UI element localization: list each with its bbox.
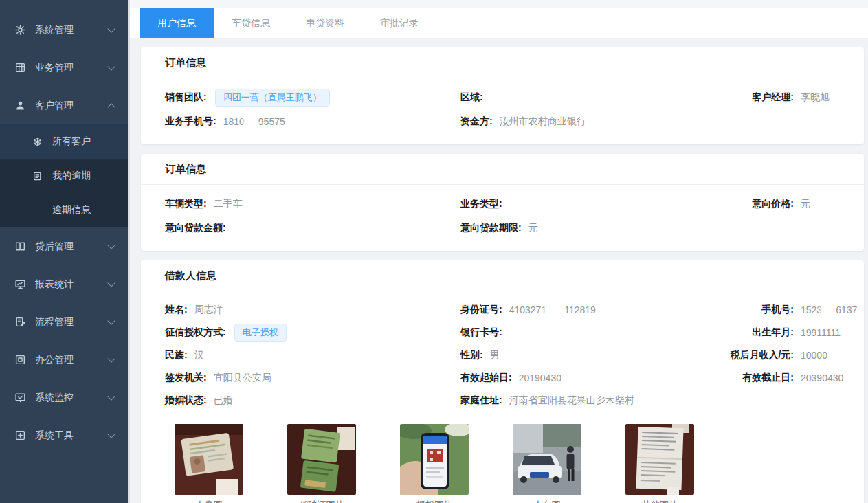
chevron-down-icon <box>107 430 115 438</box>
sidebar-item-my-overdue[interactable]: 我的逾期 <box>0 159 128 193</box>
field-valid-from: 有效起始日: 20190430 <box>460 372 718 384</box>
sidebar-item-label: 业务管理 <box>35 62 109 74</box>
notebook-icon <box>32 170 43 181</box>
sidebar-item-label: 贷后管理 <box>35 241 109 253</box>
field-label: 家庭住址: <box>460 394 502 407</box>
person-with-car-photo[interactable]: 人车图 <box>513 424 581 503</box>
field-intent-price: 意向价格: 元 <box>718 198 864 210</box>
sidebar-item-system-tools[interactable]: 系统工具 <box>0 416 128 454</box>
field-value: 20390430 <box>801 372 843 383</box>
field-value: 汉 <box>194 349 204 361</box>
square-in-square-icon <box>14 354 26 366</box>
field-birth-date: 出生年月: 19911111 <box>718 326 864 339</box>
field-label: 销售团队: <box>165 91 207 104</box>
field-label: 区域: <box>460 91 483 104</box>
field-name: 姓名: 周志洋 <box>165 304 460 316</box>
field-sales-team: 销售团队: 四团一营（直属王鹏飞） <box>165 89 460 107</box>
tab-car-loan-info[interactable]: 车贷信息 <box>214 8 288 38</box>
open-book-icon <box>14 241 26 253</box>
field-mobile: 手机号: 15236137 <box>718 304 864 316</box>
field-business-phone: 业务手机号: 181095575 <box>165 115 460 128</box>
field-label: 业务类型: <box>460 198 502 210</box>
borrower-info-card: 借款人信息 姓名: 周志洋 身份证号: 4103271112819 手机号: <box>141 260 864 503</box>
sidebar-item-customer-management[interactable]: 客户管理 <box>0 87 128 124</box>
chevron-down-icon <box>107 317 115 324</box>
field-label: 税后月收入/元: <box>718 349 794 361</box>
wheel-icon <box>32 136 43 147</box>
sidebar-item-system-monitor[interactable]: 系统监控 <box>0 379 128 416</box>
sidebar-item-office-management[interactable]: 办公管理 <box>0 341 128 379</box>
field-value: 已婚 <box>214 394 233 407</box>
field-label: 征信授权方式: <box>165 326 226 339</box>
credit-auth-tag[interactable]: 电子授权 <box>234 324 287 342</box>
field-issuing-authority: 签发机关: 宜阳县公安局 <box>165 372 460 384</box>
field-id-number: 身份证号: 4103271112819 <box>460 304 718 316</box>
field-marital-status: 婚姻状态: 已婚 <box>165 394 460 407</box>
app-window: 系统管理 业务管理 客户管理 所有客户 <box>0 0 868 503</box>
field-value: 元 <box>528 222 538 234</box>
field-label: 有效起始日: <box>460 372 512 384</box>
chevron-down-icon <box>107 63 115 70</box>
page-scroll-area[interactable]: 订单信息 销售团队: 四团一营（直属王鹏飞） 区域: 客户经理: <box>130 38 868 503</box>
masked-digits <box>823 304 835 315</box>
sidebar-item-label: 办公管理 <box>35 354 109 366</box>
sidebar-item-label: 系统管理 <box>35 24 109 36</box>
field-label: 银行卡号: <box>460 326 502 339</box>
sidebar-item-overdue-info[interactable]: 逾期信息 <box>0 193 128 227</box>
field-credit-auth-method: 征信授权方式: 电子授权 <box>165 324 460 342</box>
field-label: 出生年月: <box>718 326 794 339</box>
field-label: 意向贷款金额: <box>165 222 226 234</box>
field-value: 181095575 <box>223 116 285 127</box>
photo-caption: 人像图 <box>175 499 243 503</box>
photo-caption: 驾驶证图片 <box>287 499 356 503</box>
field-region: 区域: <box>460 91 718 104</box>
chevron-down-icon <box>107 392 115 400</box>
sidebar-item-postloan-management[interactable]: 贷后管理 <box>0 227 128 265</box>
field-funding-source: 资金方: 汝州市农村商业银行 <box>460 115 718 128</box>
field-value: 15236137 <box>801 304 857 315</box>
card-title: 订单信息 <box>141 154 864 185</box>
tab-loan-application-docs[interactable]: 申贷资料 <box>288 8 362 38</box>
field-value: 宜阳县公安局 <box>214 372 271 384</box>
sidebar-item-business-management[interactable]: 业务管理 <box>0 49 128 87</box>
chevron-down-icon <box>107 279 115 287</box>
sidebar-item-process-management[interactable]: 流程管理 <box>0 303 128 341</box>
field-gender: 性别: 男 <box>460 349 718 361</box>
field-value: 10000 <box>801 350 827 361</box>
phone-qr-photo[interactable]: 授权图片 <box>400 424 469 503</box>
id-card-photo[interactable]: 人像图 <box>175 424 243 503</box>
chevron-down-icon <box>107 241 115 249</box>
sidebar-item-label: 客户管理 <box>35 100 109 112</box>
handwritten-document-photo[interactable]: 其他图片 <box>625 424 694 503</box>
sidebar-item-label: 流程管理 <box>35 316 109 328</box>
chevron-down-icon <box>107 25 115 32</box>
main-content: 用户信息 车贷信息 申贷资料 审批记录 订单信息 销售团队: 四团一营（直属王鹏… <box>128 0 868 503</box>
field-label: 民族: <box>165 349 188 361</box>
field-business-type: 业务类型: <box>460 198 718 210</box>
sidebar-item-report-statistics[interactable]: 报表统计 <box>0 265 128 303</box>
field-label: 资金方: <box>460 115 493 128</box>
sidebar-item-label: 逾期信息 <box>52 204 91 216</box>
field-value: 男 <box>490 349 500 361</box>
clipboard-edit-icon <box>14 316 26 328</box>
field-label: 身份证号: <box>460 304 502 316</box>
field-label: 有效截止日: <box>718 372 794 384</box>
field-value: 李晓旭 <box>801 91 830 104</box>
field-label: 性别: <box>460 349 483 361</box>
green-booklet-photo[interactable]: 驾驶证图片 <box>287 424 356 503</box>
sales-team-tag[interactable]: 四团一营（直属王鹏飞） <box>215 89 330 107</box>
card-title: 借款人信息 <box>141 260 864 291</box>
sidebar-item-system-management[interactable]: 系统管理 <box>0 11 128 49</box>
photo-caption: 人车图 <box>513 499 581 503</box>
masked-digits <box>547 304 564 315</box>
sidebar-item-label: 我的逾期 <box>52 170 91 182</box>
field-intent-loan-term: 意向贷款期限: 元 <box>460 222 718 234</box>
masked-digits <box>245 116 258 126</box>
sidebar-item-all-customers[interactable]: 所有客户 <box>0 124 128 159</box>
tab-approval-records[interactable]: 审批记录 <box>362 8 436 38</box>
photo-caption: 其他图片 <box>625 499 694 503</box>
user-icon <box>14 100 26 112</box>
field-label: 签发机关: <box>165 372 207 384</box>
field-value: 4103271112819 <box>509 304 596 315</box>
tab-user-info[interactable]: 用户信息 <box>140 8 214 38</box>
